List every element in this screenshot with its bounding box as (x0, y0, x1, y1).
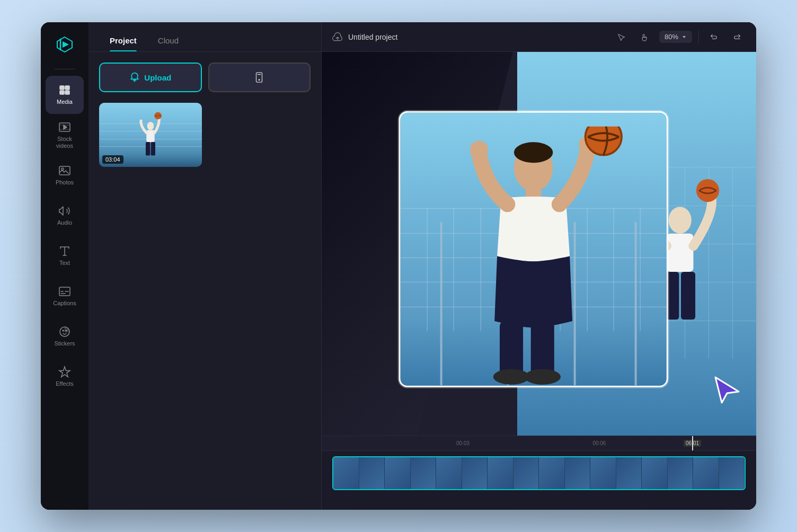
upload-button[interactable]: Upload (99, 63, 202, 92)
canvas-area (322, 52, 756, 436)
track-frame (385, 457, 411, 489)
sidebar-item-stock-videos[interactable]: Stockvideos (46, 116, 84, 154)
upload-buttons: Upload (99, 63, 311, 92)
svg-point-18 (668, 207, 691, 234)
svg-rect-21 (680, 272, 695, 320)
cursor-arrow (711, 373, 743, 405)
sidebar-item-effects[interactable]: Effects (46, 358, 84, 396)
sidebar-label-audio: Audio (57, 219, 72, 226)
timeline-area: 00:03 00:06 06:01 (322, 436, 756, 510)
track-frame (539, 457, 565, 489)
sidebar-item-text[interactable]: Text (46, 237, 84, 275)
sidebar-item-photos[interactable]: Photos (46, 156, 84, 194)
main-area: Untitled project 80% (322, 22, 756, 510)
playhead-line (692, 436, 693, 450)
video-duration: 03:04 (102, 155, 123, 164)
sidebar-label-stickers: Stickers (54, 340, 75, 347)
video-track[interactable] (332, 456, 746, 490)
redo-button[interactable] (729, 29, 746, 46)
main-toolbar: Untitled project 80% (322, 22, 756, 52)
panel-content: Upload (88, 52, 321, 178)
track-frame (668, 457, 694, 489)
sidebar-label-effects: Effects (56, 380, 73, 387)
svg-rect-14 (146, 130, 154, 142)
svg-point-32 (525, 369, 561, 384)
svg-point-10 (66, 330, 67, 331)
svg-point-12 (259, 79, 260, 81)
zoom-control[interactable]: 80% (659, 31, 692, 43)
track-frame (565, 457, 591, 489)
svg-rect-19 (666, 233, 693, 271)
sidebar-item-stickers[interactable]: Stickers (46, 317, 84, 356)
svg-rect-0 (60, 86, 64, 90)
player-svg (440, 127, 627, 386)
project-title: Untitled project (348, 33, 397, 41)
track-frame (436, 457, 462, 489)
main-video-preview[interactable] (399, 111, 668, 387)
track-frame (693, 457, 719, 489)
sidebar-label-stock: Stockvideos (56, 136, 73, 149)
svg-point-26 (470, 140, 488, 158)
svg-rect-15 (146, 142, 150, 156)
app-logo[interactable] (53, 33, 76, 56)
track-frame (590, 457, 616, 489)
timeline-ruler: 00:03 00:06 06:01 (322, 436, 756, 451)
toolbar-right: 80% (613, 29, 746, 46)
media-grid: 03:04 (99, 103, 311, 167)
svg-point-17 (154, 112, 161, 119)
hand-tool-button[interactable] (636, 29, 653, 46)
svg-point-9 (63, 330, 64, 331)
track-frame (616, 457, 642, 489)
cloud-upload-icon (332, 32, 343, 42)
timeline-mark-6s: 00:06 (592, 440, 606, 446)
timeline-mark-3s: 00:03 (456, 440, 470, 446)
svg-point-24 (514, 142, 553, 163)
left-panel: Project Cloud Upload (88, 22, 322, 510)
toolbar-divider (698, 31, 699, 43)
track-frame (719, 457, 745, 489)
sidebar-divider (54, 69, 75, 69)
player-container (401, 113, 667, 386)
timeline-tracks (322, 451, 756, 495)
svg-rect-3 (65, 91, 69, 94)
toolbar-left: Untitled project (332, 32, 397, 42)
track-frame (488, 457, 513, 489)
app-window: Media Stockvideos Photos (41, 22, 756, 510)
device-button[interactable] (208, 63, 311, 92)
select-tool-button[interactable] (613, 29, 630, 46)
svg-rect-30 (531, 321, 554, 376)
tab-cloud[interactable]: Cloud (147, 30, 189, 51)
svg-point-13 (147, 122, 154, 130)
media-item-0[interactable]: 03:04 (99, 103, 202, 167)
panel-tabs: Project Cloud (88, 22, 321, 52)
upload-label: Upload (144, 73, 171, 82)
svg-rect-2 (60, 91, 64, 94)
sidebar-item-audio[interactable]: Audio (46, 197, 84, 235)
sidebar-label-captions: Captions (53, 300, 76, 307)
track-frame (642, 457, 668, 489)
sidebar-label-text: Text (59, 260, 70, 267)
track-frame (359, 457, 385, 489)
track-frames (333, 457, 745, 489)
svg-rect-29 (500, 321, 523, 376)
svg-rect-1 (65, 86, 69, 90)
sidebar-item-captions[interactable]: Captions (46, 277, 84, 315)
svg-point-31 (493, 369, 530, 384)
sidebar-label-photos: Photos (56, 179, 74, 186)
svg-rect-16 (150, 142, 155, 156)
sidebar-label-media: Media (57, 99, 73, 105)
track-frame (513, 457, 539, 489)
tab-project[interactable]: Project (99, 30, 147, 51)
track-frame (333, 457, 359, 489)
zoom-value: 80% (665, 33, 678, 41)
track-frame (411, 457, 437, 489)
track-frame (462, 457, 488, 489)
sidebar-item-media[interactable]: Media (46, 76, 84, 114)
svg-rect-11 (256, 73, 262, 82)
sidebar: Media Stockvideos Photos (41, 22, 88, 510)
undo-button[interactable] (705, 29, 722, 46)
